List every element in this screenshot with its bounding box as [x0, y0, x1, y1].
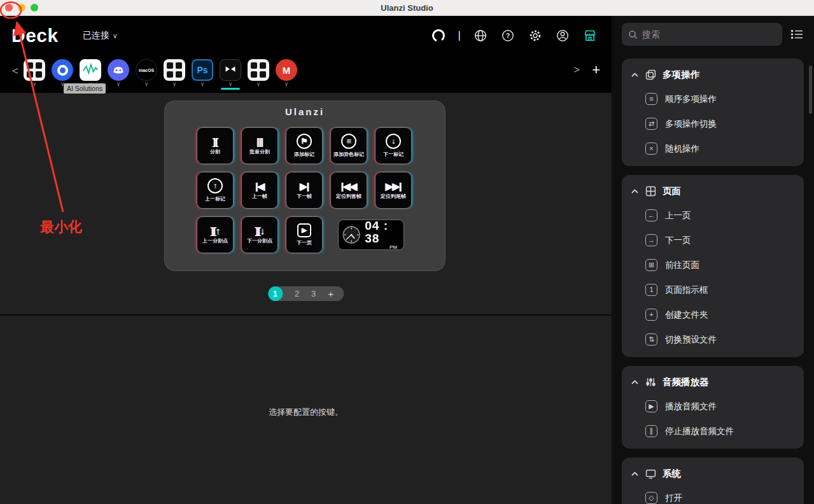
- action-label: 切换预设文件: [665, 334, 717, 346]
- key-add-colored-marker[interactable]: ≡ 添加异色标记: [330, 127, 367, 164]
- profile-macos[interactable]: macOS ∨: [136, 59, 157, 90]
- action-item[interactable]: ◇ 打开: [622, 486, 804, 504]
- key-batch-split[interactable]: ||| 批量分割: [241, 127, 278, 164]
- chevron-down-icon[interactable]: ∨: [284, 81, 289, 87]
- key-prev-marker[interactable]: ↑ 上一标记: [197, 172, 234, 209]
- account-icon[interactable]: [555, 28, 570, 43]
- chevron-down-icon[interactable]: ∨: [144, 81, 149, 87]
- grid-dot: [27, 62, 33, 69]
- action-item[interactable]: ▶ 播放音频文件: [622, 394, 804, 419]
- connection-status-dropdown[interactable]: 已连接 ∨: [83, 30, 118, 41]
- section-header[interactable]: 音频播放器: [622, 370, 804, 394]
- settings-gear-icon[interactable]: [528, 28, 543, 43]
- store-icon[interactable]: [582, 28, 598, 43]
- clock-time: 04 : 38: [365, 220, 398, 245]
- key-label: 分割: [210, 148, 220, 155]
- minimize-button[interactable]: [18, 4, 25, 11]
- key-goto-first-frame[interactable]: |◀◀ 定位到首帧: [330, 172, 367, 209]
- photoshop-icon: Ps: [192, 59, 213, 81]
- key-goto-last-frame[interactable]: ▶▶| 定位到尾帧: [375, 172, 412, 209]
- grid-dot: [176, 62, 182, 69]
- key-next-split-point[interactable]: ][↓ 下一分割点: [241, 216, 278, 253]
- key-add-marker[interactable]: ⚑ 添加标记: [286, 127, 323, 164]
- goto-first-frame-icon: |◀◀: [341, 181, 356, 191]
- action-label: 顺序多项操作: [665, 94, 717, 105]
- grid-dot: [167, 62, 173, 69]
- add-page-button[interactable]: +: [328, 288, 333, 299]
- section-header[interactable]: 系统: [622, 461, 804, 486]
- key-next-page[interactable]: ▶ 下一页: [286, 216, 323, 253]
- action-label: 随机操作: [665, 143, 699, 155]
- ps-label: Ps: [197, 65, 207, 75]
- grid-dot: [176, 71, 182, 78]
- next-marker-icon: ↓: [386, 134, 401, 149]
- action-item[interactable]: ⇄ 多项操作切换: [622, 111, 804, 136]
- chevron-down-icon[interactable]: ∨: [228, 81, 233, 87]
- add-marker-icon: ⚑: [297, 134, 312, 149]
- action-item[interactable]: ⊞ 前往页面: [622, 253, 804, 277]
- profile-capcut-selected[interactable]: ∨: [220, 59, 241, 90]
- action-item[interactable]: ≡ 顺序多项操作: [622, 87, 804, 111]
- profile-grid-2[interactable]: ∨: [164, 59, 185, 90]
- traffic-lights: [5, 4, 38, 11]
- search-input[interactable]: [642, 29, 776, 39]
- sequential-multi-action-icon: ≡: [645, 93, 657, 105]
- profile-discord[interactable]: ∨: [108, 59, 129, 90]
- key-prev-frame[interactable]: |◀ 上一帧: [241, 172, 278, 209]
- key-label: 下一帧: [297, 193, 312, 200]
- page-3[interactable]: 3: [311, 289, 316, 298]
- profile-grid-3[interactable]: ∨: [248, 59, 269, 90]
- search-box[interactable]: [622, 23, 782, 46]
- action-item[interactable]: + 创建文件夹: [622, 302, 804, 327]
- deck-grid-icon: [164, 59, 185, 81]
- grid-dot: [36, 62, 42, 69]
- page-1-active[interactable]: 1: [268, 286, 283, 301]
- chevron-down-icon[interactable]: ∨: [200, 81, 205, 87]
- action-item[interactable]: ← 上一页: [622, 203, 804, 228]
- deck-grid-icon: [24, 59, 45, 81]
- key-split[interactable]: ][ 分割: [197, 127, 234, 164]
- section-pages: 页面 ← 上一页 → 下一页 ⊞ 前往页面 1 页面指示框 + 创建文件夹: [622, 175, 804, 357]
- key-prev-split-point[interactable]: ][↑ 上一分割点: [197, 216, 234, 253]
- profile-photoshop[interactable]: Ps ∨: [192, 59, 213, 90]
- action-label: 下一页: [665, 235, 691, 246]
- profile-grid-1[interactable]: ∨: [24, 59, 45, 90]
- blue-loop-app-icon: [52, 59, 73, 81]
- waveform-app-icon: [80, 59, 101, 81]
- chevron-down-icon[interactable]: ∨: [172, 81, 177, 87]
- chevron-down-icon[interactable]: ∨: [32, 81, 37, 87]
- scroll-right-chevron-icon[interactable]: >: [570, 64, 583, 76]
- sidebar-scrollbar[interactable]: [809, 66, 812, 114]
- connection-label: 已连接: [83, 30, 109, 41]
- action-item[interactable]: ∥ 停止播放音频文件: [622, 419, 804, 444]
- page-2[interactable]: 2: [295, 289, 299, 298]
- section-header[interactable]: 页面: [622, 179, 804, 203]
- key-next-marker[interactable]: ↓ 下一标记: [375, 127, 412, 164]
- layout-list-icon[interactable]: [790, 27, 804, 41]
- help-icon[interactable]: ?: [500, 28, 516, 43]
- globe-icon[interactable]: [473, 28, 488, 43]
- play-audio-icon: ▶: [645, 400, 657, 412]
- chevron-down-icon[interactable]: ∨: [116, 81, 121, 87]
- random-action-icon: ×: [645, 143, 657, 155]
- action-label: 上一页: [665, 210, 691, 221]
- key-next-frame[interactable]: ▶| 下一帧: [286, 172, 323, 209]
- action-item[interactable]: → 下一页: [622, 228, 804, 253]
- page-indicator-icon: 1: [645, 284, 657, 296]
- action-label: 停止播放音频文件: [665, 426, 734, 437]
- zoom-button[interactable]: [31, 4, 38, 11]
- key-clock-widget[interactable]: 04 : 38 PM: [338, 220, 404, 250]
- profile-mario[interactable]: M ∨: [276, 59, 297, 90]
- add-profile-button[interactable]: +: [592, 63, 600, 77]
- close-button[interactable]: [5, 4, 13, 11]
- app-header: Deck 已连接 ∨ | ?: [0, 16, 612, 55]
- app-logo: Deck: [11, 25, 59, 46]
- scroll-left-chevron-icon[interactable]: <: [9, 65, 22, 78]
- action-item[interactable]: × 随机操作: [622, 136, 804, 161]
- action-item[interactable]: ⇅ 切换预设文件: [622, 327, 804, 352]
- section-header[interactable]: 多项操作: [622, 62, 804, 87]
- deck-device-preview: Ulanzi ][ 分割 ||| 批量分割 ⚑ 添加标记 ≡: [164, 101, 446, 271]
- chevron-down-icon: ∨: [113, 32, 118, 40]
- chevron-down-icon[interactable]: ∨: [256, 81, 261, 87]
- action-item[interactable]: 1 页面指示框: [622, 277, 804, 302]
